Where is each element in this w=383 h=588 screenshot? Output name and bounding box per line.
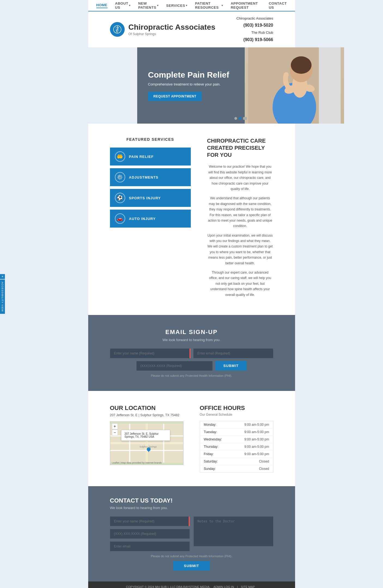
day-friday: Friday: — [200, 450, 232, 458]
nav-about[interactable]: ABOUT US ▾ — [115, 1, 131, 10]
dot-2[interactable] — [239, 117, 241, 120]
footer-sitemap-link[interactable]: SITE MAP — [241, 585, 255, 588]
contact-subtitle: We look forward to hearing from you. — [110, 506, 273, 510]
hero-image — [245, 47, 344, 124]
hours-sunday: Closed — [232, 465, 273, 472]
site-header: Chiropractic Associates Of Sulphur Sprin… — [88, 11, 295, 47]
dot-pause[interactable] — [243, 117, 247, 120]
contact-left-fields — [110, 516, 190, 551]
contact-name-input[interactable] — [110, 516, 190, 526]
contact-section: CONTACT US TODAY! We look forward to hea… — [88, 486, 295, 581]
hours-column: OFFICE HOURS Our General Schedule Monday… — [200, 405, 273, 473]
about-para1: Welcome to our practice! We hope that yo… — [207, 164, 273, 192]
nav-services[interactable]: SERVICES ▾ — [166, 4, 188, 8]
contact-title: CONTACT US TODAY! — [110, 497, 273, 504]
request-appointment-button[interactable]: REQUEST APPOINTMENT — [148, 92, 202, 101]
hours-monday: 9:00 am-5:00 pm — [232, 421, 273, 428]
sports-injury-icon: ⚽ — [115, 193, 125, 203]
hero-dots — [234, 117, 247, 120]
nav-home[interactable]: HOME — [96, 3, 108, 8]
phi-note: Please do not submit any Protected Healt… — [110, 374, 273, 377]
featured-title: FEATURED SERVICES — [110, 137, 191, 142]
contact-submit-button[interactable]: SUBMIT — [173, 561, 210, 571]
table-row: Friday: 9:00 am-5:00 pm — [200, 450, 273, 458]
hours-wednesday: 9:00 am-5:00 pm — [232, 436, 273, 443]
contact-name1: Chiropractic Associates — [236, 15, 273, 22]
chevron-down-icon: ▾ — [157, 4, 159, 7]
hours-friday: 9:00 am-5:00 pm — [232, 450, 273, 458]
nav-new-patients[interactable]: NEW PATIENTS ▾ — [138, 1, 159, 10]
featured-services: FEATURED SERVICES 🤲 PAIN RELIEF ⚙️ ADJUS… — [110, 137, 191, 301]
day-sunday: Sunday: — [200, 465, 232, 472]
phone1: (903) 919-5020 — [236, 22, 273, 29]
sports-injury-label: SPORTS INJURY — [129, 196, 161, 200]
pain-relief-icon: 🤲 — [115, 151, 125, 162]
signup-submit-button[interactable]: SUBMIT — [215, 361, 247, 370]
pain-relief-button[interactable]: 🤲 PAIN RELIEF — [110, 148, 191, 166]
accessibility-sidebar: × Accessibility View — [0, 274, 5, 314]
hero-title: Complete Pain Relief — [148, 70, 234, 79]
header-contact: Chiropractic Associates (903) 919-5020 T… — [236, 15, 273, 44]
about-title: CHIROPRACTIC CARE CREATED PRECISELY FOR … — [207, 137, 273, 158]
location-title: OUR LOCATION — [110, 405, 183, 412]
hours-saturday: Closed — [232, 458, 273, 465]
hours-title: OFFICE HOURS — [200, 405, 273, 412]
top-navigation: HOME ABOUT US ▾ NEW PATIENTS ▾ SERVICES … — [88, 0, 295, 11]
contact-phi-note: Please do not submit any Protected Healt… — [110, 555, 273, 558]
accessibility-tab[interactable]: Accessibility View — [0, 280, 5, 314]
svg-rect-8 — [319, 47, 341, 124]
close-button[interactable]: × — [0, 274, 5, 279]
table-row: Saturday: Closed — [200, 458, 273, 465]
hours-table: Monday: 9:00 am-5:00 pm Tuesday: 9:00 am… — [200, 421, 273, 473]
chevron-down-icon: ▾ — [222, 4, 223, 7]
zoom-in-button[interactable]: + — [112, 423, 118, 429]
sports-injury-button[interactable]: ⚽ SPORTS INJURY — [110, 189, 191, 207]
about-section: CHIROPRACTIC CARE CREATED PRECISELY FOR … — [207, 137, 273, 301]
day-tuesday: Tuesday: — [200, 428, 232, 436]
chevron-down-icon: ▾ — [186, 4, 188, 7]
location-hours-section: OUR LOCATION 207 Jefferson St. E | Sulph… — [88, 391, 295, 486]
day-wednesday: Wednesday: — [200, 436, 232, 443]
day-saturday: Saturday: — [200, 458, 232, 465]
dot-1[interactable] — [234, 117, 237, 120]
about-para3: Upon your initial examination, we will d… — [207, 233, 273, 266]
contact-form — [110, 516, 273, 551]
signup-email-input[interactable] — [193, 348, 273, 358]
email-subtitle: We look forward to hearing from you. — [110, 338, 273, 342]
footer-copyright: COPYRIGHT © 2024 MH SUB I, LLC DBA BAYST… — [126, 585, 210, 588]
contact-right-fields — [194, 516, 273, 551]
logo-area: Chiropractic Associates Of Sulphur Sprin… — [110, 22, 216, 37]
signup-phone-row: SUBMIT — [110, 361, 273, 371]
signup-name-input[interactable] — [110, 348, 191, 358]
nav-appointment[interactable]: APPOINTMENT REQUEST — [231, 1, 261, 10]
nav-patient-resources[interactable]: PATIENT RESOURCES ▾ — [195, 1, 223, 10]
map-container: Sulphur Springs + − 207 Jefferson St. E,… — [110, 421, 183, 465]
hours-subtitle: Our General Schedule — [200, 413, 273, 416]
location-column: OUR LOCATION 207 Jefferson St. E | Sulph… — [110, 405, 183, 473]
chevron-down-icon: ▾ — [129, 4, 131, 7]
contact-notes-textarea[interactable] — [194, 516, 273, 546]
contact-phone-input[interactable] — [110, 529, 190, 539]
services-about-section: FEATURED SERVICES 🤲 PAIN RELIEF ⚙️ ADJUS… — [88, 124, 295, 315]
table-row: Monday: 9:00 am-5:00 pm — [200, 421, 273, 428]
location-address: 207 Jefferson St. E | Sulphur Springs, T… — [110, 413, 183, 417]
hero-content: Complete Pain Relief Comprehensive treat… — [137, 62, 245, 109]
adjustments-button[interactable]: ⚙️ ADJUSTMENTS — [110, 168, 191, 186]
day-monday: Monday: — [200, 421, 232, 428]
hero-section: Complete Pain Relief Comprehensive treat… — [137, 47, 344, 124]
footer-admin-link[interactable]: ADMIN LOG IN — [213, 585, 234, 588]
pain-relief-label: PAIN RELIEF — [129, 155, 154, 159]
hero-subtitle: Comprehensive treatment to relieve your … — [148, 82, 234, 87]
table-row: Tuesday: 9:00 am-5:00 pm — [200, 428, 273, 436]
zoom-out-button[interactable]: − — [112, 430, 118, 436]
nav-contact[interactable]: CONTACT US — [269, 1, 287, 10]
site-name: Chiropractic Associates — [128, 23, 216, 32]
auto-injury-icon: 🚗 — [115, 213, 125, 224]
hours-tuesday: 9:00 am-5:00 pm — [232, 428, 273, 436]
signup-phone-input[interactable] — [136, 361, 213, 371]
hours-thursday: 9:00 am-5:00 pm — [232, 443, 273, 450]
day-thursday: Thursday: — [200, 443, 232, 450]
contact-email-input[interactable] — [110, 541, 190, 551]
email-name-row — [110, 348, 273, 358]
auto-injury-button[interactable]: 🚗 AUTO INJURY — [110, 210, 191, 228]
